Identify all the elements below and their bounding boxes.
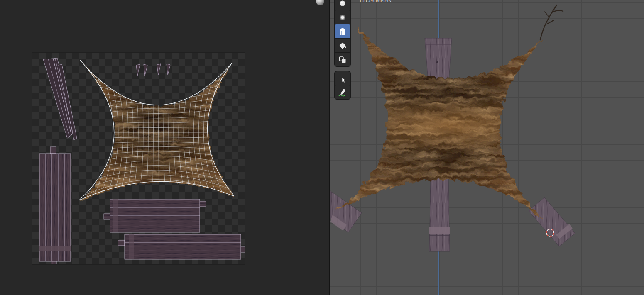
uv-layout xyxy=(32,53,245,264)
viewport-scale-label: 10 Centimeters xyxy=(359,0,391,3)
twig-branch xyxy=(540,5,563,40)
clone-stamp-icon xyxy=(338,55,347,64)
uv-image-editor[interactable] xyxy=(0,0,329,295)
blender-window: 10 Centimeters xyxy=(0,0,644,295)
tool-annotate[interactable] xyxy=(335,85,350,99)
uv-plank-island-a xyxy=(104,199,206,232)
tool-clone-brush[interactable] xyxy=(335,53,350,66)
uv-image-canvas[interactable] xyxy=(32,53,245,264)
cursor-select-box-icon xyxy=(338,74,347,83)
3d-viewport[interactable]: 10 Centimeters xyxy=(330,0,644,295)
tool-draw-brush[interactable] xyxy=(335,0,350,10)
uv-stake-islands xyxy=(43,58,77,140)
texture-paint-toolbar xyxy=(334,0,351,100)
sphere-icon[interactable] xyxy=(316,0,324,5)
smear-finger-icon xyxy=(338,27,347,36)
sphere-brush-icon xyxy=(338,0,347,8)
tool-tweak-select[interactable] xyxy=(335,71,350,85)
viewport-scene[interactable] xyxy=(330,0,644,295)
uv-small-triangles xyxy=(136,64,170,76)
fill-bucket-icon xyxy=(338,41,347,50)
soft-brush-icon xyxy=(338,13,347,22)
uv-plank-island-b xyxy=(118,234,245,259)
frame-top-post xyxy=(425,38,452,80)
annotate-pencil-icon xyxy=(338,88,347,97)
tool-smear-brush[interactable] xyxy=(335,24,350,38)
brush-tool-group xyxy=(334,0,351,67)
tool-fill-brush[interactable] xyxy=(335,39,350,52)
uv-plank-island-left xyxy=(39,147,71,264)
utility-tool-group xyxy=(334,71,351,100)
frame-right-beam xyxy=(529,197,575,246)
tool-soften-brush[interactable] xyxy=(335,10,350,24)
